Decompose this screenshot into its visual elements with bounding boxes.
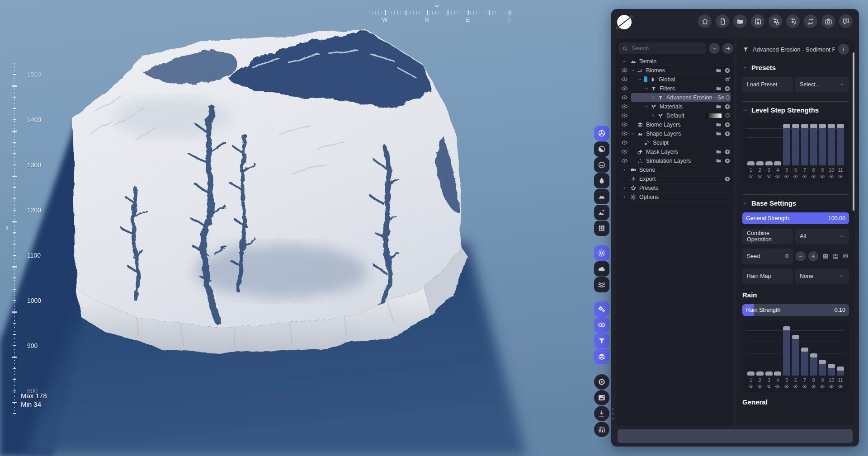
sync-button[interactable]	[804, 14, 817, 28]
chart-bar[interactable]	[783, 124, 790, 165]
bar-eye-toggle[interactable]	[837, 384, 844, 389]
chart-bar[interactable]	[756, 124, 764, 165]
plus-c-icon[interactable]	[724, 158, 731, 164]
folder-icon[interactable]	[716, 122, 722, 127]
view-water-button[interactable]	[594, 173, 609, 188]
visibility-eye-toggle[interactable]	[618, 139, 630, 146]
folder-icon[interactable]	[716, 85, 722, 91]
statistics-button[interactable]	[594, 422, 609, 437]
plus-c-icon[interactable]	[724, 149, 731, 155]
tree-row-mask-layers[interactable]: Mask Layers	[618, 147, 731, 156]
panel-drag-handle[interactable]	[612, 408, 613, 419]
view-shaded-button[interactable]	[594, 141, 609, 157]
chart-bar[interactable]	[774, 325, 781, 376]
bar-eye-toggle[interactable]	[810, 384, 817, 389]
chart-bar[interactable]	[828, 325, 835, 376]
folder-icon[interactable]	[716, 67, 722, 73]
bar-eye-toggle[interactable]	[783, 174, 790, 179]
search-box[interactable]	[618, 42, 706, 54]
chart-bar[interactable]	[747, 124, 755, 165]
chart-bar[interactable]	[774, 124, 781, 165]
tree-row-materials[interactable]: Materials	[618, 102, 731, 111]
chart-bar[interactable]	[828, 124, 835, 165]
tree-row-biomes[interactable]: Biomes	[618, 66, 731, 75]
bar-eye-toggle[interactable]	[828, 384, 835, 389]
record-button[interactable]	[594, 374, 609, 390]
save-seed-icon[interactable]	[832, 253, 839, 260]
bar-eye-toggle[interactable]	[765, 174, 773, 179]
level-step-strengths-chart[interactable]: 1234567891011	[742, 119, 849, 183]
help-button[interactable]	[839, 14, 853, 28]
save-button[interactable]	[751, 14, 764, 28]
tree-row-terrain[interactable]: Terrain	[618, 57, 731, 66]
bar-eye-toggle[interactable]	[774, 174, 781, 179]
tree-row-filters[interactable]: Filters	[618, 84, 731, 93]
seed-decrement-button[interactable]	[796, 251, 806, 261]
view-scene-button[interactable]	[594, 205, 609, 220]
tree-row-simulation-layers[interactable]: Simulation Layers	[618, 156, 731, 165]
section-presets[interactable]: Presets	[742, 64, 849, 71]
bar-eye-toggle[interactable]	[765, 384, 773, 389]
combine-operation-dropdown[interactable]: All	[795, 229, 849, 244]
tree-row-scene[interactable]: Scene	[618, 165, 731, 174]
refresh-icon[interactable]	[725, 113, 731, 118]
new-file-button[interactable]	[716, 14, 729, 28]
bar-eye-toggle[interactable]	[810, 174, 817, 179]
chart-bar[interactable]	[810, 124, 817, 165]
go-next-button[interactable]	[722, 43, 733, 54]
bar-eye-toggle[interactable]	[756, 384, 764, 389]
tree-row-advanced-erosion-se[interactable]: Advanced Erosion - Se	[618, 93, 731, 102]
plus-c-icon[interactable]	[724, 103, 731, 110]
bar-eye-toggle[interactable]	[792, 384, 799, 389]
gradient-swatch[interactable]	[706, 113, 722, 118]
bar-eye-toggle[interactable]	[819, 384, 826, 389]
visibility-eye-toggle[interactable]	[618, 94, 630, 101]
bar-eye-toggle[interactable]	[747, 174, 755, 179]
bar-eye-toggle[interactable]	[801, 384, 808, 389]
visibility-eye-toggle[interactable]	[618, 148, 630, 155]
chart-bar[interactable]	[747, 325, 755, 376]
folder-icon[interactable]	[716, 158, 722, 164]
filters-button[interactable]	[594, 333, 609, 348]
visibility-eye-toggle[interactable]	[618, 157, 630, 164]
view-grid-button[interactable]	[594, 221, 609, 236]
bar-eye-toggle[interactable]	[756, 174, 764, 179]
plus-c-icon[interactable]	[724, 131, 731, 137]
save-edit-button[interactable]	[786, 14, 800, 28]
plus-c-icon[interactable]	[724, 176, 731, 182]
chart-bar[interactable]	[837, 325, 844, 376]
tree-row-export[interactable]: Export	[618, 174, 731, 183]
snapshot-image-button[interactable]	[594, 390, 609, 405]
seed-increment-button[interactable]	[808, 251, 818, 261]
visibility-eye-toggle[interactable]	[618, 67, 630, 74]
section-base-settings[interactable]: Base Settings	[742, 199, 849, 207]
load-preset-dropdown[interactable]: Select...	[795, 77, 849, 92]
plus-c-icon[interactable]	[724, 67, 731, 74]
seed-history-icon[interactable]	[842, 253, 849, 260]
chart-bar[interactable]	[801, 124, 808, 165]
chart-bar[interactable]	[801, 325, 808, 376]
visibility-eye-toggle[interactable]	[618, 103, 630, 110]
rain-strength-slider[interactable]: Rain Strength 0.10	[742, 304, 849, 316]
chart-bar[interactable]	[792, 124, 799, 165]
bar-eye-toggle[interactable]	[837, 174, 844, 179]
visibility-eye-toggle[interactable]	[618, 112, 630, 119]
chart-bar[interactable]	[765, 124, 773, 165]
bar-eye-toggle[interactable]	[747, 384, 755, 389]
tree-row-sculpt[interactable]: Sculpt	[618, 138, 731, 147]
tree-row-shape-layers[interactable]: Shape Layers	[618, 129, 731, 138]
layers-plus-icon[interactable]	[725, 76, 731, 82]
folder-icon[interactable]	[716, 149, 722, 155]
general-strength-slider[interactable]: General Strength 100.00	[742, 212, 849, 224]
bar-eye-toggle[interactable]	[801, 174, 808, 179]
plus-c-icon[interactable]	[724, 122, 731, 128]
tree-row-biome-layers[interactable]: Biome Layers	[618, 120, 731, 129]
folder-icon[interactable]	[716, 131, 722, 136]
chart-bar[interactable]	[765, 325, 773, 376]
search-input[interactable]	[631, 45, 703, 52]
bar-eye-toggle[interactable]	[774, 384, 781, 389]
water-settings-button[interactable]	[594, 277, 609, 292]
tree-row-default[interactable]: Default	[618, 111, 731, 120]
visibility-eye-toggle[interactable]	[618, 121, 630, 128]
view-terrain-button[interactable]	[594, 189, 609, 204]
